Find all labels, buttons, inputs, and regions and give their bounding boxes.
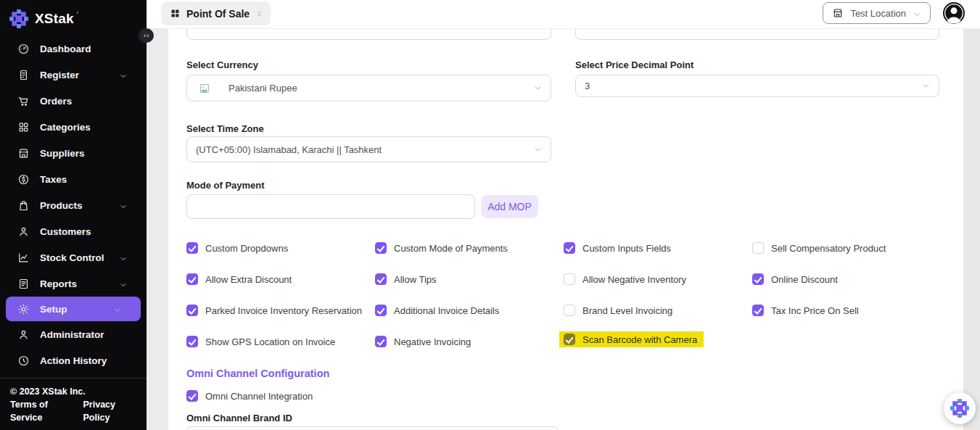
sidebar-item-icon — [17, 278, 30, 290]
checkbox-label: Show GPS Location on Invoice — [205, 336, 335, 347]
sidebar-item-icon — [17, 303, 30, 315]
timezone-select[interactable]: (UTC+05:00) Islamabad, Karachi || Tashke… — [186, 136, 551, 162]
checkbox[interactable] — [564, 273, 575, 285]
decimal-point-value: 3 — [585, 80, 590, 91]
privacy-policy-link[interactable]: Privacy Policy — [83, 398, 136, 424]
sidebar-footer: © 2023 XStak Inc. Terms of Service Priva… — [0, 378, 147, 430]
brand-mark: ' — [77, 10, 78, 19]
chevron-down-icon — [119, 279, 128, 288]
scrollbar-track[interactable] — [963, 29, 980, 430]
sidebar-item-label: Orders — [40, 96, 72, 107]
user-avatar[interactable] — [943, 2, 965, 24]
checkbox-item-additional-invoice-details[interactable]: Additional Invoice Details — [375, 302, 499, 318]
sidebar-item-setup[interactable]: Setup — [6, 297, 141, 321]
mode-of-payment-label: Mode of Payment — [186, 180, 265, 191]
checkbox-item-custom-inputs-fields[interactable]: Custom Inputs Fields — [564, 240, 671, 256]
checkbox-label: Negative Invoicing — [394, 336, 471, 347]
checkbox[interactable] — [186, 390, 198, 402]
checkbox-item-allow-tips[interactable]: Allow Tips — [375, 271, 437, 287]
checkbox[interactable] — [186, 336, 198, 347]
checkbox-label: Scan Barcode with Camera — [582, 334, 697, 345]
checkbox[interactable] — [186, 242, 198, 254]
checkbox-item-allow-extra-discount[interactable]: Allow Extra Discount — [186, 271, 292, 287]
sidebar-item-label: Administrator — [40, 329, 104, 340]
checkbox[interactable] — [186, 305, 198, 316]
checkbox-item-scan-barcode-with-camera[interactable]: Scan Barcode with Camera — [559, 331, 704, 347]
main-area: Point Of Sale Test Location Select Curre… — [147, 0, 980, 430]
chevron-down-icon — [913, 9, 921, 17]
decimal-point-select[interactable]: 3 — [575, 75, 939, 97]
module-switcher[interactable]: Point Of Sale — [161, 1, 271, 25]
checkbox[interactable] — [752, 242, 764, 254]
checkbox[interactable] — [752, 305, 764, 316]
sidebar-item-dashboard[interactable]: Dashboard — [0, 36, 147, 62]
checkbox[interactable] — [564, 305, 575, 316]
sidebar-item-label: Register — [40, 70, 79, 80]
checkbox-item-parked-invoice-inventory-reservation[interactable]: Parked Invoice Inventory Reservation — [186, 302, 362, 318]
checkbox-item-sell-compensatory-product[interactable]: Sell Compensatory Product — [752, 240, 886, 256]
checkbox-label: Custom Dropdowns — [205, 243, 288, 254]
checkbox[interactable] — [564, 334, 575, 345]
xstak-floating-badge[interactable] — [944, 392, 976, 424]
top-header: Point Of Sale Test Location — [147, 0, 980, 29]
sidebar-item-suppliers[interactable]: Suppliers — [0, 140, 147, 166]
sidebar-item-action-history[interactable]: Action History — [0, 347, 147, 373]
sidebar-item-label: Categories — [40, 122, 91, 133]
sidebar-item-label: Stock Control — [40, 252, 104, 263]
sidebar-item-reports[interactable]: Reports — [0, 270, 147, 297]
checkbox[interactable] — [752, 273, 764, 285]
sidebar-item-icon — [17, 121, 30, 133]
location-selector[interactable]: Test Location — [823, 2, 931, 24]
checkbox-item-allow-negative-inventory[interactable]: Allow Negative Inventory — [564, 271, 686, 287]
checkbox-label: Additional Invoice Details — [394, 305, 499, 316]
sidebar: XStak ' Dashboard Register Orders Catego… — [0, 0, 147, 430]
checkbox-item-custom-mode-of-payments[interactable]: Custom Mode of Payments — [375, 240, 508, 256]
sidebar-item-products[interactable]: Products — [0, 192, 147, 218]
sidebar-item-icon — [17, 173, 30, 186]
mode-of-payment-input[interactable] — [186, 194, 475, 219]
add-mop-button[interactable]: Add MOP — [481, 195, 538, 218]
sidebar-item-register[interactable]: Register — [0, 62, 147, 88]
checkbox[interactable] — [375, 305, 387, 316]
chevron-down-icon — [921, 81, 931, 91]
sidebar-item-icon — [17, 199, 30, 212]
checkbox[interactable] — [375, 273, 387, 285]
sidebar-collapse-button[interactable]: ‹› — [139, 28, 154, 43]
checkbox-label: Brand Level Invoicing — [582, 305, 672, 316]
checkbox-label: Parked Invoice Inventory Reservation — [205, 305, 362, 316]
sidebar-item-label: Taxes — [40, 174, 67, 185]
sidebar-item-stock-control[interactable]: Stock Control — [0, 244, 147, 270]
checkbox-item-brand-level-invoicing[interactable]: Brand Level Invoicing — [564, 302, 672, 318]
sidebar-item-categories[interactable]: Categories — [0, 114, 147, 140]
clipped-input-left[interactable] — [186, 29, 551, 40]
sidebar-item-customers[interactable]: Customers — [0, 218, 147, 244]
checkbox[interactable] — [186, 273, 198, 285]
sidebar-item-orders[interactable]: Orders — [0, 88, 147, 114]
currency-value: Pakistani Rupee — [228, 83, 297, 94]
timezone-label: Select Time Zone — [186, 123, 264, 134]
checkbox[interactable] — [375, 242, 387, 254]
checkbox-omni-channel-integration[interactable]: Omni Channel Integration — [186, 388, 313, 404]
sidebar-item-label: Dashboard — [40, 44, 91, 54]
sidebar-item-label: Products — [40, 200, 83, 211]
sidebar-item-taxes[interactable]: Taxes — [0, 166, 147, 192]
omni-channel-heading: Omni Channel Configuration — [186, 368, 329, 379]
currency-select[interactable]: Pakistani Rupee — [186, 75, 551, 102]
checkbox-label: Online Discount — [771, 274, 838, 285]
checkbox[interactable] — [375, 336, 387, 347]
checkbox-item-tax-inc-price-on-sell[interactable]: Tax Inc Price On Sell — [752, 302, 859, 318]
clipped-input-right[interactable] — [575, 29, 939, 40]
module-label: Point Of Sale — [186, 8, 250, 20]
settings-form-panel: Select Currency Pakistani Rupee Select P… — [168, 29, 963, 430]
sidebar-item-icon — [17, 147, 30, 160]
terms-of-service-link[interactable]: Terms of Service — [10, 398, 73, 424]
broken-image-icon — [199, 83, 210, 94]
left-gutter — [147, 29, 168, 430]
checkbox[interactable] — [564, 242, 575, 254]
omni-brand-id-input[interactable] — [186, 426, 559, 430]
checkbox-item-negative-invoicing[interactable]: Negative Invoicing — [375, 334, 471, 350]
checkbox-item-custom-dropdowns[interactable]: Custom Dropdowns — [186, 240, 288, 256]
sidebar-item-administrator[interactable]: Administrator — [0, 321, 147, 347]
checkbox-item-show-gps-location-on-invoice[interactable]: Show GPS Location on Invoice — [186, 334, 335, 350]
checkbox-item-online-discount[interactable]: Online Discount — [752, 271, 838, 287]
